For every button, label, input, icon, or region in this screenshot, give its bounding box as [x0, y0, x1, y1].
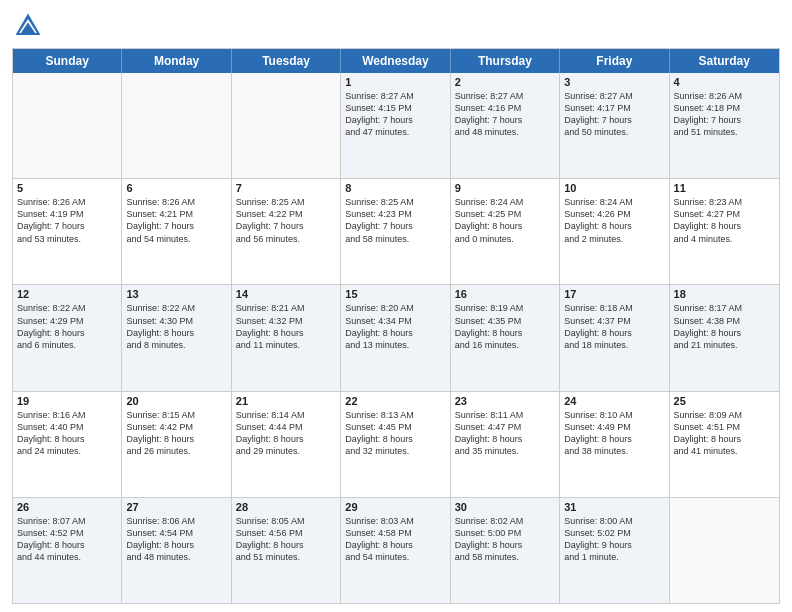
- calendar-cell: 13Sunrise: 8:22 AM Sunset: 4:30 PM Dayli…: [122, 285, 231, 390]
- day-info: Sunrise: 8:06 AM Sunset: 4:54 PM Dayligh…: [126, 515, 226, 564]
- day-number: 4: [674, 76, 775, 88]
- day-info: Sunrise: 8:21 AM Sunset: 4:32 PM Dayligh…: [236, 302, 336, 351]
- day-info: Sunrise: 8:16 AM Sunset: 4:40 PM Dayligh…: [17, 409, 117, 458]
- calendar-cell: 24Sunrise: 8:10 AM Sunset: 4:49 PM Dayli…: [560, 392, 669, 497]
- calendar-cell: 6Sunrise: 8:26 AM Sunset: 4:21 PM Daylig…: [122, 179, 231, 284]
- calendar-cell: 1Sunrise: 8:27 AM Sunset: 4:15 PM Daylig…: [341, 73, 450, 178]
- day-info: Sunrise: 8:14 AM Sunset: 4:44 PM Dayligh…: [236, 409, 336, 458]
- day-info: Sunrise: 8:19 AM Sunset: 4:35 PM Dayligh…: [455, 302, 555, 351]
- day-info: Sunrise: 8:09 AM Sunset: 4:51 PM Dayligh…: [674, 409, 775, 458]
- day-number: 17: [564, 288, 664, 300]
- weekday-header-friday: Friday: [560, 49, 669, 73]
- day-number: 20: [126, 395, 226, 407]
- calendar-cell: 11Sunrise: 8:23 AM Sunset: 4:27 PM Dayli…: [670, 179, 779, 284]
- calendar-cell: 9Sunrise: 8:24 AM Sunset: 4:25 PM Daylig…: [451, 179, 560, 284]
- day-number: 29: [345, 501, 445, 513]
- day-info: Sunrise: 8:15 AM Sunset: 4:42 PM Dayligh…: [126, 409, 226, 458]
- calendar-cell: 2Sunrise: 8:27 AM Sunset: 4:16 PM Daylig…: [451, 73, 560, 178]
- calendar-cell: [13, 73, 122, 178]
- day-info: Sunrise: 8:27 AM Sunset: 4:17 PM Dayligh…: [564, 90, 664, 139]
- calendar-cell: 23Sunrise: 8:11 AM Sunset: 4:47 PM Dayli…: [451, 392, 560, 497]
- calendar-cell: 16Sunrise: 8:19 AM Sunset: 4:35 PM Dayli…: [451, 285, 560, 390]
- header: [12, 10, 780, 42]
- day-number: 22: [345, 395, 445, 407]
- calendar-row-5: 26Sunrise: 8:07 AM Sunset: 4:52 PM Dayli…: [13, 497, 779, 603]
- day-info: Sunrise: 8:22 AM Sunset: 4:30 PM Dayligh…: [126, 302, 226, 351]
- calendar-cell: 18Sunrise: 8:17 AM Sunset: 4:38 PM Dayli…: [670, 285, 779, 390]
- calendar-container: SundayMondayTuesdayWednesdayThursdayFrid…: [0, 0, 792, 612]
- day-number: 3: [564, 76, 664, 88]
- day-number: 25: [674, 395, 775, 407]
- calendar-body: 1Sunrise: 8:27 AM Sunset: 4:15 PM Daylig…: [13, 73, 779, 603]
- day-number: 15: [345, 288, 445, 300]
- calendar-cell: 29Sunrise: 8:03 AM Sunset: 4:58 PM Dayli…: [341, 498, 450, 603]
- calendar: SundayMondayTuesdayWednesdayThursdayFrid…: [12, 48, 780, 604]
- weekday-header-monday: Monday: [122, 49, 231, 73]
- calendar-cell: 26Sunrise: 8:07 AM Sunset: 4:52 PM Dayli…: [13, 498, 122, 603]
- calendar-cell: 19Sunrise: 8:16 AM Sunset: 4:40 PM Dayli…: [13, 392, 122, 497]
- day-info: Sunrise: 8:02 AM Sunset: 5:00 PM Dayligh…: [455, 515, 555, 564]
- day-number: 24: [564, 395, 664, 407]
- day-info: Sunrise: 8:03 AM Sunset: 4:58 PM Dayligh…: [345, 515, 445, 564]
- day-number: 31: [564, 501, 664, 513]
- day-number: 5: [17, 182, 117, 194]
- calendar-cell: 21Sunrise: 8:14 AM Sunset: 4:44 PM Dayli…: [232, 392, 341, 497]
- day-number: 9: [455, 182, 555, 194]
- calendar-cell: 7Sunrise: 8:25 AM Sunset: 4:22 PM Daylig…: [232, 179, 341, 284]
- day-number: 18: [674, 288, 775, 300]
- day-info: Sunrise: 8:13 AM Sunset: 4:45 PM Dayligh…: [345, 409, 445, 458]
- calendar-cell: 8Sunrise: 8:25 AM Sunset: 4:23 PM Daylig…: [341, 179, 450, 284]
- calendar-cell: [122, 73, 231, 178]
- calendar-cell: 14Sunrise: 8:21 AM Sunset: 4:32 PM Dayli…: [232, 285, 341, 390]
- day-number: 2: [455, 76, 555, 88]
- calendar-cell: 22Sunrise: 8:13 AM Sunset: 4:45 PM Dayli…: [341, 392, 450, 497]
- day-info: Sunrise: 8:24 AM Sunset: 4:25 PM Dayligh…: [455, 196, 555, 245]
- day-info: Sunrise: 8:25 AM Sunset: 4:23 PM Dayligh…: [345, 196, 445, 245]
- day-number: 28: [236, 501, 336, 513]
- calendar-cell: [670, 498, 779, 603]
- day-info: Sunrise: 8:07 AM Sunset: 4:52 PM Dayligh…: [17, 515, 117, 564]
- logo: [12, 10, 48, 42]
- day-number: 7: [236, 182, 336, 194]
- calendar-cell: 4Sunrise: 8:26 AM Sunset: 4:18 PM Daylig…: [670, 73, 779, 178]
- logo-icon: [12, 10, 44, 42]
- day-number: 10: [564, 182, 664, 194]
- day-info: Sunrise: 8:20 AM Sunset: 4:34 PM Dayligh…: [345, 302, 445, 351]
- day-number: 12: [17, 288, 117, 300]
- day-number: 13: [126, 288, 226, 300]
- day-info: Sunrise: 8:10 AM Sunset: 4:49 PM Dayligh…: [564, 409, 664, 458]
- calendar-cell: 20Sunrise: 8:15 AM Sunset: 4:42 PM Dayli…: [122, 392, 231, 497]
- calendar-cell: 10Sunrise: 8:24 AM Sunset: 4:26 PM Dayli…: [560, 179, 669, 284]
- calendar-row-3: 12Sunrise: 8:22 AM Sunset: 4:29 PM Dayli…: [13, 284, 779, 390]
- day-number: 16: [455, 288, 555, 300]
- day-info: Sunrise: 8:22 AM Sunset: 4:29 PM Dayligh…: [17, 302, 117, 351]
- calendar-cell: [232, 73, 341, 178]
- calendar-cell: 27Sunrise: 8:06 AM Sunset: 4:54 PM Dayli…: [122, 498, 231, 603]
- day-number: 23: [455, 395, 555, 407]
- day-info: Sunrise: 8:26 AM Sunset: 4:18 PM Dayligh…: [674, 90, 775, 139]
- weekday-header-wednesday: Wednesday: [341, 49, 450, 73]
- day-number: 30: [455, 501, 555, 513]
- day-info: Sunrise: 8:17 AM Sunset: 4:38 PM Dayligh…: [674, 302, 775, 351]
- calendar-cell: 12Sunrise: 8:22 AM Sunset: 4:29 PM Dayli…: [13, 285, 122, 390]
- day-info: Sunrise: 8:18 AM Sunset: 4:37 PM Dayligh…: [564, 302, 664, 351]
- day-info: Sunrise: 8:26 AM Sunset: 4:21 PM Dayligh…: [126, 196, 226, 245]
- weekday-header-saturday: Saturday: [670, 49, 779, 73]
- day-number: 1: [345, 76, 445, 88]
- calendar-row-1: 1Sunrise: 8:27 AM Sunset: 4:15 PM Daylig…: [13, 73, 779, 178]
- day-number: 19: [17, 395, 117, 407]
- day-number: 26: [17, 501, 117, 513]
- weekday-header-thursday: Thursday: [451, 49, 560, 73]
- weekday-header-sunday: Sunday: [13, 49, 122, 73]
- day-info: Sunrise: 8:05 AM Sunset: 4:56 PM Dayligh…: [236, 515, 336, 564]
- day-info: Sunrise: 8:27 AM Sunset: 4:15 PM Dayligh…: [345, 90, 445, 139]
- day-info: Sunrise: 8:00 AM Sunset: 5:02 PM Dayligh…: [564, 515, 664, 564]
- day-info: Sunrise: 8:24 AM Sunset: 4:26 PM Dayligh…: [564, 196, 664, 245]
- day-info: Sunrise: 8:27 AM Sunset: 4:16 PM Dayligh…: [455, 90, 555, 139]
- day-number: 21: [236, 395, 336, 407]
- day-number: 8: [345, 182, 445, 194]
- day-number: 11: [674, 182, 775, 194]
- calendar-cell: 3Sunrise: 8:27 AM Sunset: 4:17 PM Daylig…: [560, 73, 669, 178]
- day-info: Sunrise: 8:25 AM Sunset: 4:22 PM Dayligh…: [236, 196, 336, 245]
- day-number: 27: [126, 501, 226, 513]
